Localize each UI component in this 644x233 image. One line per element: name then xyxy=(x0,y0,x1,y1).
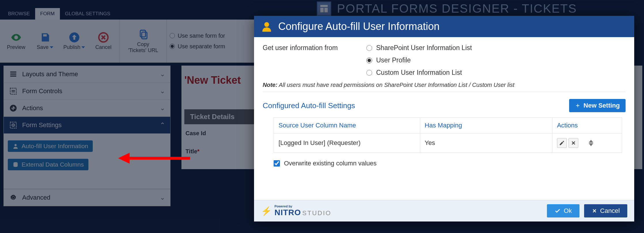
close-icon xyxy=(592,208,597,214)
close-icon xyxy=(571,140,576,146)
col-source[interactable]: Source User Column Name xyxy=(274,118,420,133)
cell-mapping: Yes xyxy=(420,133,552,153)
autofill-settings-table: Source User Column Name Has Mapping Acti… xyxy=(274,117,622,153)
col-mapping[interactable]: Has Mapping xyxy=(420,118,552,133)
overwrite-checkbox[interactable]: Overwrite existing column values xyxy=(274,160,626,167)
svg-marker-24 xyxy=(118,153,130,164)
radio-sharepoint-list[interactable]: SharePoint User Information List xyxy=(366,44,472,52)
ok-button[interactable]: Ok xyxy=(547,204,579,217)
col-actions: Actions xyxy=(552,118,622,133)
nitro-studio-brand: ⚡ Powered by NITRO STUDIO xyxy=(261,205,332,217)
cell-source: [Logged In User] (Requester) xyxy=(274,133,420,153)
permissions-note: Note: All users must have read permissio… xyxy=(263,82,626,88)
new-setting-button[interactable]: New Setting xyxy=(569,99,626,112)
configure-autofill-dialog: Configure Auto-fill User Information Get… xyxy=(254,16,634,221)
bolt-icon: ⚡ xyxy=(261,206,272,216)
check-icon xyxy=(554,208,561,214)
table-row: [Logged In User] (Requester) Yes xyxy=(274,133,622,153)
user-icon xyxy=(261,21,272,32)
dialog-footer: ⚡ Powered by NITRO STUDIO Ok Cancel xyxy=(254,200,634,221)
radio-user-profile[interactable]: User Profile xyxy=(366,56,472,64)
pencil-icon xyxy=(559,140,565,146)
annotation-arrow xyxy=(118,151,193,165)
delete-row-button[interactable] xyxy=(569,138,578,148)
move-down-button[interactable] xyxy=(589,143,593,146)
source-label: Get user information from xyxy=(263,44,355,52)
cancel-dialog-button[interactable]: Cancel xyxy=(584,204,627,217)
plus-icon xyxy=(575,103,581,108)
radio-custom-list[interactable]: Custom User Information List xyxy=(366,69,472,77)
move-up-button[interactable] xyxy=(589,140,593,143)
dialog-header: Configure Auto-fill User Information xyxy=(254,16,634,37)
dialog-title: Configure Auto-fill User Information xyxy=(278,20,440,33)
edit-row-button[interactable] xyxy=(557,138,567,148)
svg-point-25 xyxy=(264,22,269,27)
configured-settings-heading: Configured Auto-fill Settings xyxy=(263,101,355,110)
